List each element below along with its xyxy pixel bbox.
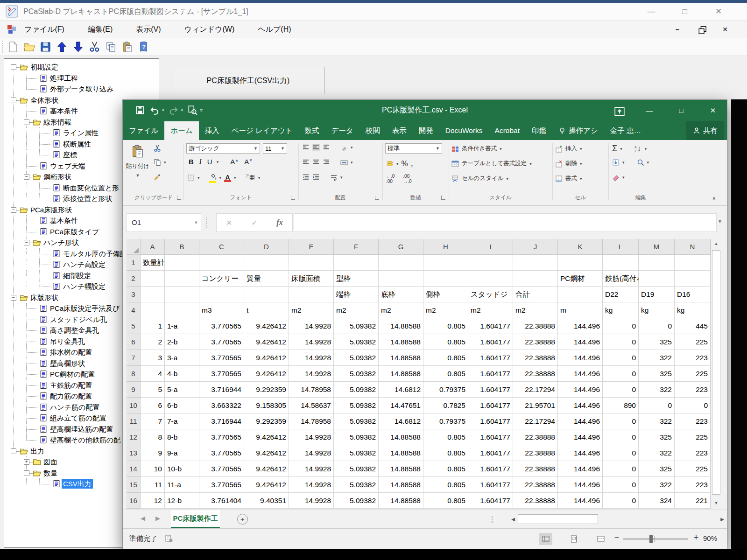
cut-button[interactable] [154,145,161,152]
row-header-9[interactable]: 9 [127,382,141,398]
column-header-I[interactable]: I [468,239,513,255]
column-header-L[interactable]: L [603,239,639,255]
row-header-12[interactable]: 12 [127,429,141,445]
tree-expander-minus[interactable]: − [24,470,29,476]
cell-J13[interactable]: 22.38888 [513,445,558,461]
cell-I14[interactable]: 1.604177 [468,461,513,477]
cell-C16[interactable]: 3.761404 [199,493,244,509]
row-header-4[interactable]: 4 [127,302,141,318]
column-header-G[interactable]: G [379,239,423,255]
cell-G9[interactable]: 14.6812 [379,382,423,398]
cell-B15[interactable]: 11-a [165,477,199,493]
move-down-icon[interactable] [72,41,85,53]
cell-A5[interactable]: 1 [141,318,165,334]
cell-D15[interactable]: 9.426412 [244,477,289,493]
delete-cells-button[interactable]: 削除▾ [555,160,582,168]
row-header-1[interactable]: 1 [127,255,141,271]
cell-H6[interactable]: 0.805 [423,334,468,350]
row-header-13[interactable]: 13 [127,445,141,461]
cell-D8[interactable]: 9.426412 [244,366,289,382]
cell-A15[interactable]: 11 [141,477,165,493]
cell-C2[interactable]: コンクリー [199,271,244,287]
align-center-icon[interactable] [312,159,320,166]
ribbon-tab-ホーム[interactable]: ホーム [164,121,198,140]
tree-expander-minus[interactable]: − [24,240,29,245]
row-header-5[interactable]: 5 [127,318,141,334]
format-cells-button[interactable]: 書式▾ [555,175,582,182]
cell-C14[interactable]: 3.770565 [199,461,244,477]
cell-B4[interactable] [165,302,199,318]
undo-button[interactable] [149,105,160,115]
cell-A16[interactable]: 12 [141,493,165,509]
cell-B13[interactable]: 9-a [165,445,199,461]
menu-item[interactable]: ウィンドウ(W) [182,23,238,36]
vertical-scrollbar-thumb[interactable] [712,250,720,495]
cell-K8[interactable]: 144.496 [558,366,603,382]
cell-B16[interactable]: 12-b [165,493,199,509]
cell-N14[interactable]: 225 [675,461,711,477]
ribbon-tab-金子 恵…[interactable]: 金子 恵… [604,121,647,140]
cell-I12[interactable]: 1.604177 [468,429,513,445]
tree-expander-minus[interactable]: − [11,98,16,103]
tree-expander-minus[interactable]: − [11,64,16,70]
cell-M2[interactable] [639,271,675,287]
cell-N15[interactable]: 223 [675,477,711,493]
cell-D9[interactable]: 9.292359 [244,382,289,398]
cell-K12[interactable]: 144.496 [558,429,603,445]
decrease-indent-icon[interactable] [302,174,310,181]
cell-F1[interactable] [334,255,379,271]
cell-B5[interactable]: 1-a [165,318,199,334]
move-up-icon[interactable] [56,41,68,53]
cell-N12[interactable]: 225 [675,429,711,445]
tree-item[interactable]: −初期設定 [4,62,159,73]
cell-I7[interactable]: 1.604177 [468,350,513,366]
cell-G1[interactable] [379,255,423,271]
save-icon[interactable] [39,41,52,53]
cell-C3[interactable] [199,287,244,302]
autosum-button[interactable]: Σ [612,144,617,154]
redo-button[interactable] [169,105,179,115]
column-header-K[interactable]: K [558,239,603,255]
cell-A7[interactable]: 3 [141,350,165,366]
row-header-16[interactable]: 16 [127,493,141,509]
cell-C1[interactable] [199,255,244,271]
cell-I4[interactable]: m2 [468,302,513,318]
cell-M8[interactable]: 325 [639,366,675,382]
column-header-J[interactable]: J [513,239,558,255]
cell-E4[interactable]: m2 [289,302,334,318]
cell-J6[interactable]: 22.38888 [513,334,558,350]
cell-F5[interactable]: 5.09382 [334,318,379,334]
cell-N13[interactable]: 223 [675,445,711,461]
menu-item[interactable]: ファイル(F) [21,23,67,36]
ribbon-tab-ページ レイアウト[interactable]: ページ レイアウト [226,121,299,140]
cell-H14[interactable]: 0.805 [423,461,468,477]
cell-L6[interactable]: 0 [603,334,639,350]
ribbon-tab-印鑑[interactable]: 印鑑 [526,121,552,140]
cell-B10[interactable]: 6-b [165,398,199,413]
insert-cells-button[interactable]: 挿入▾ [555,145,582,153]
excel-maximize-button[interactable]: □ [672,103,691,118]
tree-expander-minus[interactable]: − [24,119,29,125]
cell-J16[interactable]: 22.38888 [513,493,558,509]
cell-F16[interactable]: 5.09382 [334,493,379,509]
cell-G12[interactable]: 14.88588 [379,429,423,445]
increase-decimal-button[interactable]: ←.0.00 [386,174,395,184]
pc-slab-csv-output-button[interactable]: PC床版製作工(CSV出力) [172,67,324,94]
cell-L10[interactable]: 890 [603,398,639,413]
cell-N2[interactable] [675,271,711,287]
cell-E11[interactable]: 14.78958 [289,413,334,429]
cell-F13[interactable]: 5.09382 [334,445,379,461]
font-color-button[interactable]: A [224,174,231,182]
cell-F2[interactable]: 型枠 [334,271,379,287]
cell-M11[interactable]: 322 [639,413,675,429]
cell-N4[interactable]: kg [675,302,711,318]
cell-E16[interactable]: 14.9928 [289,493,334,509]
alignment-dialog-launcher[interactable] [375,196,379,200]
cell-H10[interactable]: 0.7825 [423,398,468,413]
align-left-icon[interactable] [302,159,310,166]
cell-E1[interactable] [289,255,334,271]
excel-minimize-button[interactable]: — [640,103,659,118]
mdi-restore-button[interactable] [697,24,709,35]
cell-G15[interactable]: 14.88588 [379,477,423,493]
cell-K2[interactable]: PC鋼材 [558,271,603,287]
